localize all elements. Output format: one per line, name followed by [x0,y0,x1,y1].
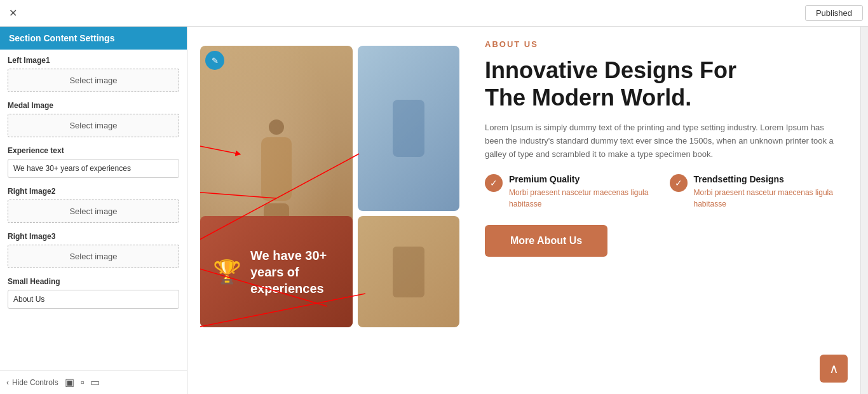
field-right-image2: Right Image2 Select image [8,187,179,223]
panel-body: Left Image1 Select image Medal Image Sel… [0,50,187,370]
bottom-bar: ‹ Hide Controls ▣ ▫ ▭ [0,370,187,394]
right-scrollbar [860,27,868,394]
field-medal-image: Medal Image Select image [8,101,179,137]
feature-text-2: Trendsetting Designs Morbi praesent nasc… [694,174,842,210]
figure-shape [393,100,424,157]
experience-text-input[interactable] [8,159,179,178]
more-about-us-button[interactable]: More About Us [485,225,607,257]
right-top-content [358,46,459,211]
published-button[interactable]: Published [805,5,863,21]
right-image2 [358,46,459,211]
about-description: Lorem Ipsum is simply dummy text of the … [485,121,841,161]
canvas-area: ✎ [187,27,860,394]
features-row: ✓ Premium Quality Morbi praesent nascetu… [485,174,841,210]
fashion-right-top-bg [358,46,459,211]
award-icon: 🏆 [213,259,241,285]
field-experience-text: Experience text [8,146,179,178]
tablet-icon[interactable]: ▫ [81,377,85,388]
body-shape [261,137,292,201]
about-label: ABOUT US [485,39,841,49]
hide-controls-label: Hide Controls [12,378,58,387]
hide-controls-button[interactable]: ‹ Hide Controls [6,378,58,387]
scroll-to-top-button[interactable]: ∧ [820,355,848,383]
field-right-image3: Right Image3 Select image [8,232,179,268]
label-experience-text: Experience text [8,146,179,155]
head-shape [269,119,284,135]
right-image3 [358,216,459,327]
about-heading: Innovative Designs For The Modern World. [485,57,841,111]
image-grid: 🏆 We have 30+ years of experiences [200,46,459,327]
select-image-btn-1[interactable]: Select image [8,69,179,92]
label-right-image2: Right Image2 [8,187,179,196]
heading-line2: The Modern World. [485,85,691,111]
right-bottom-content [358,216,459,327]
heading-line1: Innovative Designs For [485,57,736,83]
main-layout: Section Content Settings Left Image1 Sel… [0,27,868,394]
fashion-right-bottom-bg [358,216,459,327]
check-icon-1: ✓ [485,174,503,192]
edit-icon-circle[interactable]: ✎ [205,51,224,70]
label-right-image3: Right Image3 [8,232,179,241]
left-panel: Section Content Settings Left Image1 Sel… [0,27,187,394]
about-content: ABOUT US Innovative Designs For The Mode… [478,39,841,383]
panel-header: Section Content Settings [0,27,187,50]
check-icon-2: ✓ [670,174,688,192]
feature1-title: Premium Quality [509,174,657,184]
feature-item-1: ✓ Premium Quality Morbi praesent nascetu… [485,174,657,210]
experience-text: We have 30+ years of experiences [250,247,340,297]
label-left-image1: Left Image1 [8,56,179,65]
top-bar: ✕ Published [0,0,868,27]
desktop-icon[interactable]: ▣ [65,376,74,388]
feature-item-2: ✓ Trendsetting Designs Morbi praesent na… [670,174,842,210]
label-small-heading: Small Heading [8,277,179,286]
mobile-icon[interactable]: ▭ [90,376,100,388]
label-medal-image: Medal Image [8,101,179,110]
experience-box: 🏆 We have 30+ years of experiences [200,216,353,327]
close-button[interactable]: ✕ [5,6,20,21]
select-image-btn-3[interactable]: Select image [8,200,179,223]
small-heading-input[interactable] [8,290,179,309]
feature2-title: Trendsetting Designs [694,174,842,184]
feature-text-1: Premium Quality Morbi praesent nascetur … [509,174,657,210]
field-small-heading: Small Heading [8,277,179,309]
feature2-desc: Morbi praesent nascetur maecenas ligula … [694,187,842,210]
feature1-desc: Morbi praesent nascetur maecenas ligula … [509,187,657,210]
figure-shape-2 [393,247,424,297]
chevron-left-icon: ‹ [6,378,9,387]
canvas-content: ✎ [187,27,860,394]
select-image-btn-4[interactable]: Select image [8,245,179,268]
field-left-image1: Left Image1 Select image [8,56,179,92]
select-image-btn-2[interactable]: Select image [8,114,179,137]
